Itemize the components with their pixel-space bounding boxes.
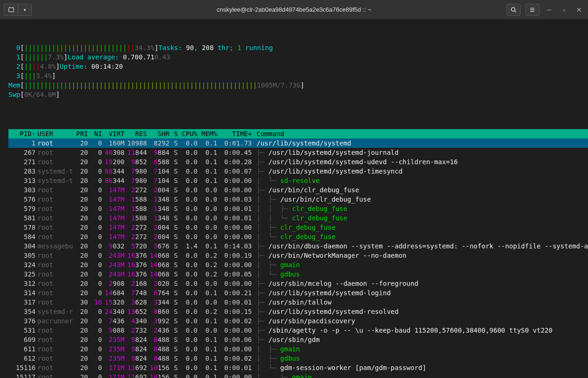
minimize-button[interactable]: ─ (544, 6, 554, 14)
command: /usr/lib/systemd/systemd (252, 138, 588, 148)
col-header-Command[interactable]: Command (252, 129, 588, 138)
menu-button[interactable] (525, 4, 539, 16)
virt: 160M (102, 138, 125, 148)
process-row[interactable]: 267root20040308118449884S0.00.10:00.45├─… (8, 148, 588, 157)
col-header-S[interactable]: S (169, 129, 178, 138)
command: │ ├─ gmain (252, 260, 588, 269)
state: S (169, 176, 178, 185)
process-row[interactable]: 531root200908827322436S0.00.00:00.00├─ /… (8, 326, 588, 335)
process-row[interactable]: 271root2001920098526588S0.00.10:00.28├─ … (8, 157, 588, 167)
process-row[interactable]: 283systemd-t2008834479807104S0.00.10:00.… (8, 167, 588, 176)
pri: 20 (72, 167, 88, 176)
process-row[interactable]: 304messagebu200903257203676S1.40.10:14.0… (8, 241, 588, 251)
shr: 14068 (147, 269, 169, 279)
shr: 6588 (147, 157, 169, 167)
process-row[interactable]: 325root200243M1637614068S0.00.20:00.05│ … (8, 269, 588, 279)
process-row[interactable]: 303root200147M22722004S0.00.00:00.00├─ /… (8, 185, 588, 195)
ni: 0 (88, 344, 102, 354)
virt: 40308 (102, 148, 125, 157)
process-row[interactable]: 612root200235M98248488S0.00.10:00.02│ ├─… (8, 354, 588, 363)
process-row[interactable]: 584root200147M22722004S0.00.00:00.00│ └─… (8, 232, 588, 241)
pid: 1 (8, 138, 36, 148)
col-header-PID[interactable]: PID▾ (8, 129, 36, 138)
tab-dropdown-button[interactable]: ▾ (18, 4, 32, 16)
terminal-output[interactable]: 0[|||||||||||||||||||||||||||| 34.3%] Ta… (0, 20, 588, 378)
process-row[interactable]: 317root30101532036283344S0.00.00:00.01├─… (8, 298, 588, 307)
pri: 20 (72, 251, 88, 260)
state: S (169, 363, 178, 372)
res: 16376 (125, 251, 147, 260)
virt: 2908 (102, 279, 125, 288)
pri: 20 (72, 260, 88, 269)
cpu: 0.0 (178, 363, 198, 372)
process-row[interactable]: 578root200147M22722004S0.00.00:00.00│ ├─… (8, 223, 588, 232)
user: root (36, 344, 72, 354)
pri: 20 (72, 279, 88, 288)
search-button[interactable] (507, 4, 521, 16)
pri: 20 (72, 138, 88, 148)
virt: 235M (102, 354, 125, 363)
virt: 147M (102, 213, 125, 223)
col-header-USER[interactable]: USER (36, 129, 72, 138)
time: 0:00.01 (217, 298, 252, 307)
col-header-NI[interactable]: NI (88, 129, 102, 138)
process-row[interactable]: 376pacrunner200743643403992S0.00.10:00.0… (8, 316, 588, 326)
res: 2272 (125, 185, 147, 195)
process-row[interactable]: 15117root200171M1169210156S0.00.10:00.00… (8, 372, 588, 378)
maximize-button[interactable]: ▫ (559, 6, 569, 14)
shr: 10156 (147, 363, 169, 372)
process-row[interactable]: 1root200160M109888292S0.00.10:01.73/usr/… (8, 138, 588, 148)
pri: 20 (72, 372, 88, 378)
col-header-MEM%[interactable]: MEM% (198, 129, 217, 138)
process-row[interactable]: 576root200147M15881348S0.00.00:00.03│ ├─… (8, 195, 588, 204)
mem: 0.0 (198, 185, 217, 195)
state: S (169, 279, 178, 288)
window-title: cnskylee@clr-2ab0ea98d4974be5a2e3c6a76ce… (0, 6, 588, 13)
time: 0:00.00 (217, 185, 252, 195)
time: 0:14.03 (217, 241, 252, 251)
virt: 88344 (102, 167, 125, 176)
cpu: 0.0 (178, 251, 198, 260)
process-row[interactable]: 313systemd-t2008834479807104S0.00.10:00.… (8, 176, 588, 185)
state: S (169, 232, 178, 241)
cpu: 0.0 (178, 354, 198, 363)
cpu: 0.0 (178, 204, 198, 213)
process-row[interactable]: 312root200290821682020S0.00.00:00.00├─ /… (8, 279, 588, 288)
process-row[interactable]: 611root200235M98248488S0.00.10:00.00│ ├─… (8, 344, 588, 354)
new-tab-button[interactable] (4, 4, 18, 16)
ni: 0 (88, 307, 102, 316)
cpu: 0.0 (178, 298, 198, 307)
col-header-TIME+[interactable]: TIME+ (217, 129, 252, 138)
process-row[interactable]: 15116root200171M1169210156S0.00.10:00.01… (8, 363, 588, 372)
process-row[interactable]: 314root2001468477486764S0.00.10:00.21├─ … (8, 288, 588, 298)
process-row[interactable]: 324root200243M1637614068S0.00.20:00.00│ … (8, 260, 588, 269)
process-row[interactable]: 305root200243M1637614068S0.00.20:00.19├─… (8, 251, 588, 260)
state: S (169, 316, 178, 326)
cpu: 0.0 (178, 195, 198, 204)
process-table-header[interactable]: PID▾USERPRINIVIRTRESSHRSCPU%MEM%TIME+Com… (8, 129, 588, 138)
col-header-VIRT[interactable]: VIRT (102, 129, 125, 138)
user: root (36, 148, 72, 157)
user: root (36, 298, 72, 307)
col-header-PRI[interactable]: PRI (72, 129, 88, 138)
process-row[interactable]: 579root200147M15881348S0.00.00:00.01│ │ … (8, 204, 588, 213)
col-header-SHR[interactable]: SHR (147, 129, 169, 138)
mem: 0.1 (198, 176, 217, 185)
col-header-RES[interactable]: RES (125, 129, 147, 138)
pid: 609 (8, 335, 36, 344)
user: root (36, 269, 72, 279)
close-button[interactable]: ✕ (574, 6, 584, 14)
pid: 611 (8, 344, 36, 354)
time: 0:00.02 (217, 354, 252, 363)
virt: 235M (102, 344, 125, 354)
mem: 0.1 (198, 138, 217, 148)
process-row[interactable]: 609root200235M98248488S0.00.10:00.06├─ /… (8, 335, 588, 344)
process-row[interactable]: 354systemd-r20024340136528860S0.00.20:00… (8, 307, 588, 316)
pri: 20 (72, 288, 88, 298)
pri: 20 (72, 354, 88, 363)
command: ├─ /usr/lib/systemd/systemd-udevd --chil… (252, 157, 588, 167)
time: 0:00.00 (217, 176, 252, 185)
col-header-CPU%[interactable]: CPU% (178, 129, 198, 138)
process-row[interactable]: 581root200147M15881348S0.00.00:00.01│ │ … (8, 213, 588, 223)
command: │ ├─ clr_debug_fuse (252, 223, 588, 232)
